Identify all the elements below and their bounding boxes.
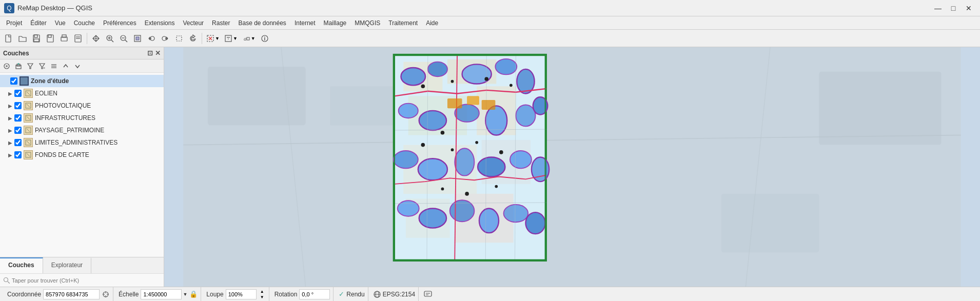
crs-value[interactable]: EPSG:2154 (383, 291, 415, 298)
layer-checkbox-infrastructures[interactable] (14, 114, 22, 122)
menu-mmqgis[interactable]: MMQGIS (350, 18, 384, 28)
layer-checkbox-eolien[interactable] (14, 90, 22, 97)
menu-maillage[interactable]: Maillage (320, 18, 351, 28)
select-dropdown[interactable]: ▼ (204, 33, 222, 44)
separator-1 (87, 33, 87, 44)
list-item[interactable]: ▶ EOLIEN (0, 87, 164, 99)
zoom-prev-tool[interactable] (145, 32, 158, 45)
layer-name-photovoltaique: PHOTOVOLTAIQUE (35, 102, 162, 109)
layer-checkbox-fonds-carte[interactable] (14, 151, 22, 158)
identify-button[interactable]: i (258, 32, 271, 45)
menu-projet[interactable]: Projet (2, 18, 26, 28)
layers-close-icon[interactable]: ✕ (155, 49, 161, 57)
search-icon (3, 277, 10, 284)
collapse-all-btn[interactable] (48, 61, 60, 72)
close-button[interactable]: ✕ (962, 3, 976, 14)
list-item[interactable]: ▶ FONDS DE CARTE (0, 149, 164, 161)
layers-header: Couches ⊡ ✕ (0, 47, 164, 59)
zoom-out-tool[interactable] (117, 32, 130, 45)
render-label: Rendu (346, 291, 364, 298)
menu-editer[interactable]: Éditer (26, 18, 50, 28)
status-scale: Échelle ▼ 🔒 (115, 287, 201, 301)
layer-icon-fonds-carte (24, 150, 33, 159)
minimize-button[interactable]: — (931, 3, 945, 14)
add-layer-btn[interactable] (13, 61, 24, 72)
search-input[interactable] (12, 277, 161, 284)
tab-explorateur[interactable]: Explorateur (43, 257, 91, 273)
svg-point-135 (441, 131, 445, 135)
menu-base-de-donnees[interactable]: Base de données (234, 18, 290, 28)
filter-layer-btn[interactable] (25, 61, 36, 72)
coord-input[interactable] (43, 289, 100, 299)
menu-couche[interactable]: Couche (70, 18, 99, 28)
svg-rect-63 (721, 194, 819, 252)
layers-panel: Couches ⊡ ✕ × (0, 47, 164, 287)
list-item[interactable]: ▶ INFRASTRUCTURES (0, 112, 164, 124)
list-item[interactable]: ▶ LIMITES_ADMINISTRATIVES (0, 136, 164, 149)
status-messages[interactable] (421, 287, 435, 301)
loupe-up-btn[interactable]: ▲ (259, 289, 266, 294)
zoom-selection-tool[interactable] (172, 32, 186, 45)
status-coord: Coordonnée (4, 287, 113, 301)
layers-restore-icon[interactable]: ⊡ (147, 49, 153, 57)
svg-point-132 (509, 84, 513, 87)
rotation-input[interactable] (299, 289, 330, 299)
zoom-next-tool[interactable] (159, 32, 172, 45)
svg-point-34 (6, 65, 8, 67)
menu-internet[interactable]: Internet (290, 18, 320, 28)
app-icon: Q (4, 3, 14, 13)
open-style-btn[interactable] (1, 61, 12, 72)
layer-checkbox-paysage-patrimoine[interactable] (14, 127, 22, 134)
lock-icon[interactable]: 🔒 (189, 290, 198, 298)
label-dropdown[interactable]: a ▼ (240, 33, 258, 44)
scale-input[interactable] (141, 289, 182, 299)
move-down-btn[interactable] (72, 61, 83, 72)
open-button[interactable] (16, 32, 29, 45)
tab-couches[interactable]: Couches (0, 257, 43, 273)
svg-rect-7 (48, 35, 51, 37)
svg-text:i: i (264, 36, 265, 42)
layer-checkbox-limites-admin[interactable] (14, 139, 22, 146)
layers-list: Zone d'étude ▶ EOLIEN ▶ PHOTOVOLTAIQUE (0, 73, 164, 257)
loupe-spinner[interactable]: ▲ ▼ (259, 289, 266, 299)
layer-checkbox-zone-etude[interactable] (10, 77, 17, 85)
status-rotation: Rotation (271, 287, 334, 301)
list-item[interactable]: ▶ PAYSAGE_PATRIMOINE (0, 124, 164, 136)
menu-vue[interactable]: Vue (51, 18, 70, 28)
menu-preferences[interactable]: Préférences (99, 18, 141, 28)
list-item[interactable]: ▶ PHOTOVOLTAIQUE (0, 99, 164, 112)
status-crs[interactable]: EPSG:2154 (370, 287, 419, 301)
menu-aide[interactable]: Aide (422, 18, 442, 28)
print-layout-button[interactable] (57, 32, 71, 45)
window-title: ReMap Desktop — QGIS (17, 4, 931, 12)
list-item[interactable]: Zone d'étude (0, 75, 164, 87)
refresh-tool[interactable] (186, 32, 200, 45)
menu-raster[interactable]: Raster (208, 18, 234, 28)
menu-extensions[interactable]: Extensions (141, 18, 179, 28)
save-as-button[interactable] (44, 32, 57, 45)
save-button[interactable] (30, 32, 43, 45)
layer-checkbox-photovoltaique[interactable] (14, 102, 22, 109)
zoom-in-tool[interactable] (103, 32, 116, 45)
svg-rect-153 (424, 291, 432, 296)
scale-dropdown[interactable]: ▼ (141, 289, 187, 299)
pan-tool[interactable] (89, 32, 103, 45)
print-report-button[interactable] (71, 32, 85, 45)
svg-line-58 (8, 282, 10, 284)
zoom-extent-tool[interactable] (131, 32, 144, 45)
menu-traitement[interactable]: Traitement (384, 18, 422, 28)
move-up-btn[interactable] (60, 61, 71, 72)
svg-rect-60 (208, 67, 306, 125)
svg-point-139 (465, 192, 469, 196)
menu-vecteur[interactable]: Vecteur (179, 18, 208, 28)
map-canvas[interactable] (164, 47, 980, 287)
new-button[interactable] (2, 32, 15, 45)
loupe-down-btn[interactable]: ▼ (259, 294, 266, 299)
loupe-input[interactable] (226, 289, 257, 299)
layer-name-paysage-patrimoine: PAYSAGE_PATRIMOINE (35, 127, 162, 134)
maximize-button[interactable]: □ (946, 3, 961, 14)
svg-line-54 (27, 141, 30, 144)
filter2-layer-btn[interactable]: × (36, 61, 48, 72)
svg-point-130 (451, 80, 454, 83)
filter-dropdown[interactable]: ▼ (222, 33, 240, 44)
